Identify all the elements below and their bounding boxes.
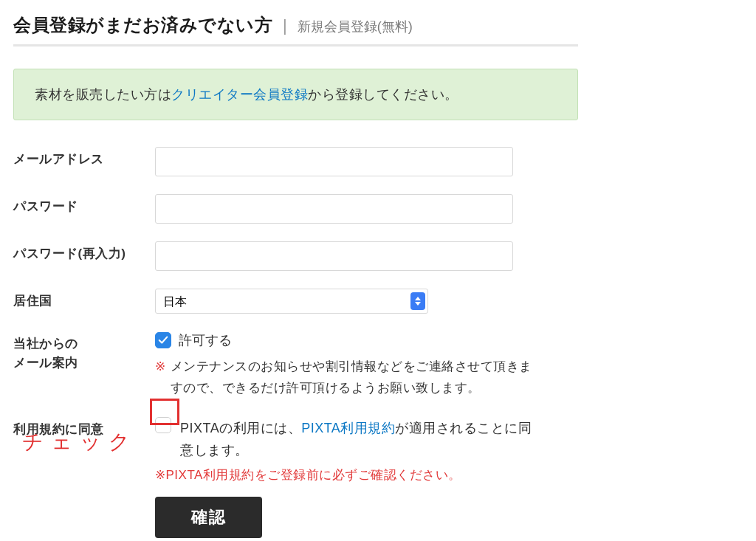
country-label: 居住国	[13, 289, 155, 311]
terms-link[interactable]: PIXTA利用規約	[301, 421, 395, 435]
password-confirm-label: パスワード(再入力)	[13, 241, 155, 263]
email-field[interactable]	[155, 147, 513, 176]
page-subtitle: 新規会員登録(無料)	[298, 18, 413, 35]
creator-notice-prefix: 素材を販売したい方は	[35, 87, 171, 102]
title-separator: |	[283, 16, 287, 35]
mail-opt-note: メンテナンスのお知らせや割引情報などをご連絡させて頂きますので、できるだけ許可頂…	[171, 356, 540, 399]
asterisk-icon: ※	[155, 356, 166, 399]
confirm-button[interactable]: 確認	[155, 497, 262, 538]
terms-text-prefix: PIXTAの利用には、	[180, 421, 301, 435]
check-icon	[158, 335, 168, 345]
mail-opt-label: 当社からの メール案内	[13, 331, 155, 372]
password-confirm-field[interactable]	[155, 241, 513, 271]
password-label: パスワード	[13, 194, 155, 216]
creator-register-link[interactable]: クリエイター会員登録	[171, 87, 308, 102]
email-label: メールアドレス	[13, 147, 155, 169]
page-title: 会員登録がまだお済みでない方	[13, 13, 272, 37]
heading-underline	[13, 44, 578, 46]
mail-opt-checkbox[interactable]	[155, 332, 171, 348]
mail-opt-permit-text: 許可する	[179, 331, 232, 349]
page-heading: 会員登録がまだお済みでない方 | 新規会員登録(無料)	[13, 13, 743, 37]
mail-opt-label-line1: 当社からの	[13, 337, 78, 351]
country-select[interactable]: 日本	[155, 289, 428, 314]
mail-opt-label-line2: メール案内	[13, 356, 78, 370]
terms-checkbox[interactable]	[155, 417, 171, 433]
password-field[interactable]	[155, 194, 513, 224]
creator-notice: 素材を販売したい方はクリエイター会員登録から登録してください。	[13, 69, 578, 120]
creator-notice-suffix: から登録してください。	[308, 87, 458, 102]
terms-warning: ※PIXTA利用規約をご登録前に必ずご確認ください。	[155, 466, 568, 483]
annotation-check-text: チェック	[22, 428, 137, 456]
